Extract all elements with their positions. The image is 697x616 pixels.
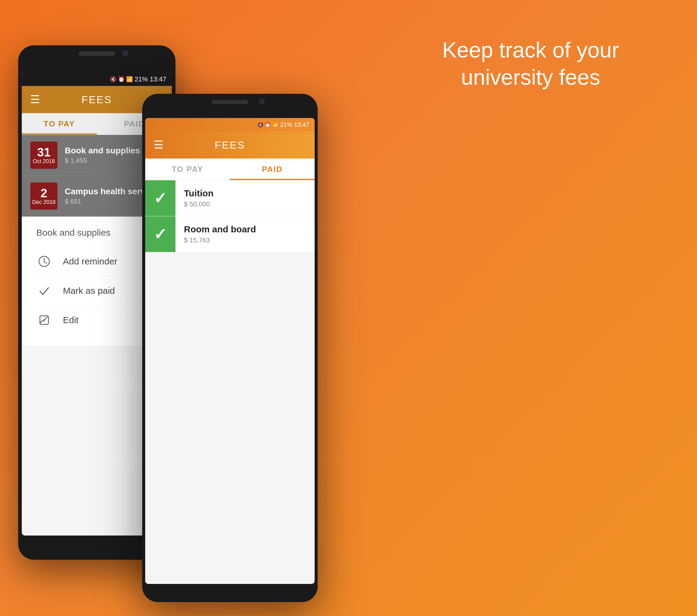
battery-back: 21% xyxy=(135,75,148,83)
paid-list: ✓ Tuition $ 50,000 ✓ Room and board $ 15… xyxy=(145,180,315,252)
paid-name-roomboard: Room and board xyxy=(184,224,256,234)
camera-back xyxy=(122,50,128,56)
fee-amount-1: $ 1,455 xyxy=(65,157,140,165)
checkmark-roomboard: ✓ xyxy=(154,225,167,243)
sheet-title: Book and supplies xyxy=(36,228,157,238)
svg-line-2 xyxy=(44,262,47,263)
camera-front xyxy=(259,99,265,105)
fee-name-1: Book and supplies xyxy=(65,146,140,156)
battery-front: 21% xyxy=(280,121,292,128)
status-bar-back: 🔇 ⏰ 📶 21% 13:47 xyxy=(22,73,172,86)
date-badge-1: 31 Oct 2018 xyxy=(30,142,58,169)
status-icons-front: 🔇 ⏰ 📶 xyxy=(257,122,278,128)
check-badge-roomboard: ✓ xyxy=(145,216,176,252)
check-badge-tuition: ✓ xyxy=(145,180,176,216)
paid-item-roomboard[interactable]: ✓ Room and board $ 15,763 xyxy=(145,216,315,252)
action-add-reminder-label: Add reminder xyxy=(63,256,117,266)
month-2: Dec 2018 xyxy=(32,199,55,205)
menu-icon-back[interactable]: ☰ xyxy=(30,93,40,106)
date-badge-2: 2 Dec 2018 xyxy=(30,182,58,210)
paid-name-tuition: Tuition xyxy=(184,188,213,199)
action-mark-paid[interactable]: Mark as paid xyxy=(36,276,157,306)
edit-icon xyxy=(36,312,52,328)
speaker-front xyxy=(212,100,248,104)
paid-info-tuition: Tuition $ 50,000 xyxy=(176,180,222,216)
paid-amount-roomboard: $ 15,763 xyxy=(184,236,256,244)
app-title-back: FEES xyxy=(82,94,112,106)
clock-icon xyxy=(36,253,52,269)
tagline-line1: Keep track of your xyxy=(425,36,637,63)
time-back: 13:47 xyxy=(150,75,166,83)
checkmark-tuition: ✓ xyxy=(154,189,167,207)
app-title-front: FEES xyxy=(215,139,245,151)
tab-paid-front[interactable]: PAID xyxy=(230,159,315,180)
tagline-line2: university fees xyxy=(425,63,637,91)
status-bar-front: 🔇 ⏰ 📶 21% 13:47 xyxy=(145,118,315,131)
action-edit-label: Edit xyxy=(63,315,79,325)
phone-front: 🔇 ⏰ 📶 21% 13:47 ☰ FEES TO PAY PAID ✓ xyxy=(142,94,318,602)
tagline: Keep track of your university fees xyxy=(425,36,637,91)
month-1: Oct 2018 xyxy=(33,158,55,165)
paid-amount-tuition: $ 50,000 xyxy=(184,200,213,208)
action-edit[interactable]: Edit xyxy=(36,306,157,335)
action-add-reminder[interactable]: Add reminder xyxy=(36,247,157,276)
app-bar-front: ☰ FEES xyxy=(145,131,315,159)
paid-info-roomboard: Room and board $ 15,763 xyxy=(176,216,264,252)
speaker-back xyxy=(79,52,115,56)
menu-icon-front[interactable]: ☰ xyxy=(154,138,163,151)
paid-item-tuition[interactable]: ✓ Tuition $ 50,000 xyxy=(145,180,315,216)
empty-area xyxy=(145,252,315,525)
tabs-front: TO PAY PAID xyxy=(145,159,315,180)
screen-front: 🔇 ⏰ 📶 21% 13:47 ☰ FEES TO PAY PAID ✓ xyxy=(145,118,315,584)
tab-topay-front[interactable]: TO PAY xyxy=(145,159,230,180)
tab-topay-back[interactable]: TO PAY xyxy=(22,113,97,135)
fee-info-1: Book and supplies $ 1,455 xyxy=(65,146,140,165)
status-icons-back: 🔇 ⏰ 📶 xyxy=(110,76,133,83)
time-front: 13:47 xyxy=(294,121,309,128)
action-mark-paid-label: Mark as paid xyxy=(63,285,115,296)
day-1: 31 xyxy=(37,146,51,158)
svg-line-5 xyxy=(45,317,47,320)
checkmark-icon xyxy=(36,283,52,299)
day-2: 2 xyxy=(41,187,47,199)
